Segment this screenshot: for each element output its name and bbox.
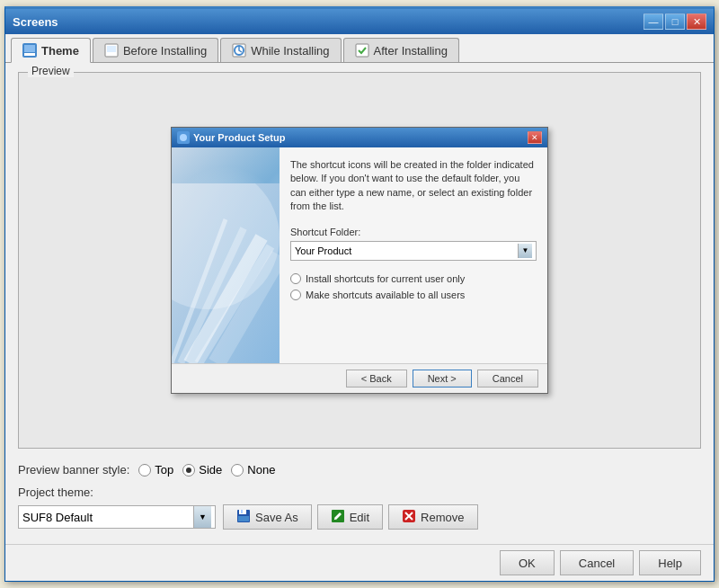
action-buttons: Save As Edit xyxy=(223,504,478,530)
radio-none-label: None xyxy=(247,463,275,477)
mini-next-button[interactable]: Next > xyxy=(413,370,472,388)
close-button[interactable]: ✕ xyxy=(687,13,706,30)
save-as-label: Save As xyxy=(255,511,298,524)
banner-style-row: Preview banner style: Top Side None xyxy=(18,463,701,477)
tab-bar: Theme Before Installing While Installing xyxy=(5,34,714,63)
tab-before-label: Before Installing xyxy=(123,44,207,58)
minimize-button[interactable]: — xyxy=(644,13,663,30)
mini-dialog-close-button[interactable]: ✕ xyxy=(528,131,542,144)
radio-none-option[interactable]: None xyxy=(231,463,275,477)
mini-dialog-titlebar: Your Product Setup ✕ xyxy=(172,128,547,147)
tab-theme-label: Theme xyxy=(41,44,79,58)
mini-cancel-button[interactable]: Cancel xyxy=(477,370,538,388)
window-title: Screens xyxy=(13,15,58,29)
mini-dialog-content: The shortcut icons will be created in th… xyxy=(280,147,547,363)
edit-label: Edit xyxy=(350,511,369,524)
svg-rect-20 xyxy=(238,516,249,521)
mini-content-description: The shortcut icons will be created in th… xyxy=(290,158,537,214)
titlebar: Screens — □ ✕ xyxy=(5,9,714,34)
tab-theme[interactable]: Theme xyxy=(11,38,91,63)
radio-group: Install shortcuts for current user only … xyxy=(290,273,537,300)
help-button[interactable]: Help xyxy=(639,550,701,575)
project-theme-label: Project theme: xyxy=(18,486,93,499)
radio-current-user-label: Install shortcuts for current user only xyxy=(306,273,465,284)
save-as-icon xyxy=(236,509,251,526)
shortcut-folder-dropdown[interactable]: Your Product ▼ xyxy=(290,241,537,261)
mini-dialog: Your Product Setup ✕ xyxy=(171,127,548,394)
svg-rect-2 xyxy=(24,53,35,56)
preview-group: Preview Your Product Setup ✕ xyxy=(18,72,701,449)
banner-style-label: Preview banner style: xyxy=(18,463,129,477)
shortcut-folder-value: Your Product xyxy=(295,245,518,256)
radio-none-input[interactable] xyxy=(231,464,244,477)
svg-point-9 xyxy=(180,134,187,141)
preview-container: Your Product Setup ✕ xyxy=(19,73,700,448)
shortcut-folder-label: Shortcut Folder: xyxy=(290,227,537,237)
theme-dropdown[interactable]: SUF8 Default ▼ xyxy=(18,505,216,529)
ok-button[interactable]: OK xyxy=(500,550,555,575)
theme-dropdown-arrow-icon: ▼ xyxy=(193,506,211,528)
svg-rect-19 xyxy=(241,510,243,513)
radio-all-users-circle xyxy=(290,290,301,300)
remove-icon xyxy=(402,509,416,526)
maximize-button[interactable]: □ xyxy=(665,13,685,30)
options-area: Preview banner style: Top Side None Proj… xyxy=(18,458,701,535)
tab-before-installing[interactable]: Before Installing xyxy=(93,38,218,62)
shortcut-folder-arrow-icon: ▼ xyxy=(518,244,532,258)
save-as-button[interactable]: Save As xyxy=(223,504,312,530)
content-area: Preview Your Product Setup ✕ xyxy=(5,63,714,544)
mini-back-button[interactable]: < Back xyxy=(346,370,407,388)
svg-rect-7 xyxy=(356,44,368,57)
mini-dialog-body: The shortcut icons will be created in th… xyxy=(172,147,547,363)
preview-label: Preview xyxy=(28,65,74,77)
titlebar-buttons: — □ ✕ xyxy=(644,13,706,30)
while-tab-icon xyxy=(232,43,246,58)
cancel-footer-button[interactable]: Cancel xyxy=(560,550,634,575)
theme-dropdown-value: SUF8 Default xyxy=(22,511,193,524)
window-footer: OK Cancel Help xyxy=(5,544,714,581)
remove-button[interactable]: Remove xyxy=(388,504,477,530)
radio-all-users[interactable]: Make shortcuts available to all users xyxy=(290,290,537,300)
tab-while-label: While Installing xyxy=(251,44,329,58)
radio-top-option[interactable]: Top xyxy=(138,463,173,477)
edit-button[interactable]: Edit xyxy=(317,504,383,530)
tab-while-installing[interactable]: While Installing xyxy=(220,38,341,62)
theme-tab-icon xyxy=(22,43,37,58)
radio-current-user-circle xyxy=(290,273,301,284)
radio-all-users-label: Make shortcuts available to all users xyxy=(306,290,465,300)
mini-dialog-footer: < Back Next > Cancel xyxy=(172,363,547,393)
remove-label: Remove xyxy=(421,511,464,524)
mini-dialog-title: Your Product Setup xyxy=(177,131,285,144)
radio-side-label: Side xyxy=(199,463,222,477)
tab-after-label: After Installing xyxy=(374,44,448,58)
radio-current-user[interactable]: Install shortcuts for current user only xyxy=(290,273,537,284)
edit-icon xyxy=(331,509,345,526)
radio-top-label: Top xyxy=(155,463,173,477)
tab-after-installing[interactable]: After Installing xyxy=(343,38,459,62)
mini-banner-side xyxy=(172,147,280,363)
main-window: Screens — □ ✕ Theme xyxy=(4,6,715,582)
bottom-row: SUF8 Default ▼ Save As xyxy=(18,504,701,530)
radio-side-option[interactable]: Side xyxy=(182,463,222,477)
svg-rect-1 xyxy=(24,45,35,52)
radio-top-input[interactable] xyxy=(138,464,151,477)
before-tab-icon xyxy=(104,43,119,58)
radio-side-input[interactable] xyxy=(182,464,195,477)
after-tab-icon xyxy=(355,43,369,58)
svg-rect-4 xyxy=(107,46,116,52)
